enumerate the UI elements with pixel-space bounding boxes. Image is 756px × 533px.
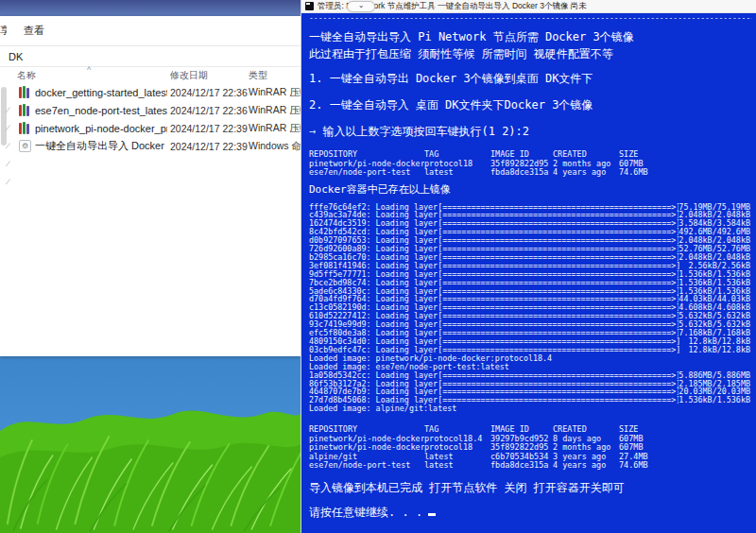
- winrar-archive-icon: [19, 104, 31, 116]
- file-list: ⚙ docker_getting-started_latest.tar 2024…: [0, 83, 301, 155]
- intro-line-2: 此过程由于打包压缩 须耐性等候 所需时间 视硬件配置不等: [309, 48, 752, 60]
- clipped-nav-icon: ∕: [8, 106, 9, 114]
- file-date: 2024/12/17 22:36: [170, 87, 246, 98]
- file-date: 2024/12/17 22:36: [170, 105, 246, 116]
- file-type: WinRAR 压缩文件: [249, 122, 301, 135]
- file-date: 2024/12/17 22:39: [170, 123, 246, 134]
- file-row[interactable]: ⚙ pinetwork_pi-node-docker_protocol18.4.…: [0, 119, 301, 137]
- file-row[interactable]: ⚙ docker_getting-started_latest.tar 2024…: [0, 83, 301, 101]
- desktop: 享 查看 DK 名称 ^ 修改日期 类型 ⚙ docker_getting-st…: [0, 0, 301, 533]
- table-row: ese7en/node-port-testlatest fbda8dce315a…: [309, 168, 752, 178]
- clipped-nav-icon: ∕: [8, 160, 9, 168]
- cmd-icon: [305, 2, 314, 10]
- file-row[interactable]: ⚙ 一键全自动导出导入 Docker 3个镜像.cmd 2024/12/17 2…: [0, 137, 301, 155]
- winrar-archive-icon: [19, 122, 31, 134]
- column-header-type[interactable]: 类型: [249, 69, 267, 82]
- file-type: WinRAR 压缩文件: [249, 104, 301, 117]
- scrollbar[interactable]: [1, 87, 7, 146]
- clipped-nav-icon: ∕: [8, 142, 9, 150]
- table-header-row: REPOSITORY TAG IMAGE ID CREATED SIZE: [309, 425, 752, 435]
- cmd-script-icon: ⚙: [19, 140, 31, 152]
- file-explorer-window: 享 查看 DK 名称 ^ 修改日期 类型 ⚙ docker_getting-st…: [0, 16, 301, 356]
- wallpaper-sky-top: [0, 0, 301, 16]
- prompt-arrow-icon: →: [309, 125, 316, 138]
- menu-option-2: 2. 一键全自动导入 桌面 DK文件夹下Docker 3个镜像: [309, 99, 752, 112]
- separator-line: ----------------------------------------…: [309, 15, 752, 23]
- table-row: pinetwork/pi-node-dockerprotocol18.4 392…: [309, 435, 752, 444]
- menu-tab-view[interactable]: 查看: [24, 24, 44, 38]
- table-header-row: REPOSITORY TAG IMAGE ID CREATED SIZE: [309, 150, 752, 160]
- cmd-titlebar[interactable]: 管理员: Pi Network 节点维护工具 一键全自动导出导入 Docker …: [301, 0, 756, 13]
- file-name: docker_getting-started_latest.tar: [35, 87, 167, 98]
- file-name: pinetwork_pi-node-docker_protocol18.4...: [35, 123, 167, 134]
- address-text: DK: [9, 51, 23, 62]
- intro-line-1: 一键全自动导出导入 Pi Network 节点所需 Docker 3个镜像: [309, 31, 752, 43]
- clipped-nav-icon: ∕: [8, 178, 9, 186]
- existing-images-note: Docker容器中已存在以上镜像: [309, 184, 752, 196]
- docker-images-table-2: REPOSITORY TAG IMAGE ID CREATED SIZE pin…: [309, 425, 752, 471]
- cmd-output: ----------------------------------------…: [301, 13, 756, 533]
- pause-prompt: 请按任意键继续. . .: [309, 507, 752, 519]
- chevron-down-icon: ⌄: [358, 3, 365, 9]
- menu-option-1: 1. 一键全自动导出 Docker 3个镜像到桌面 DK文件下: [309, 73, 752, 85]
- text-cursor: [428, 513, 436, 516]
- explorer-menubar: 享 查看: [0, 16, 301, 46]
- table-row: ese7en/node-port-testlatest fbda8dce315a…: [309, 461, 752, 471]
- winrar-archive-icon: [19, 86, 31, 98]
- column-header-name[interactable]: 名称: [17, 69, 36, 82]
- file-name: 一键全自动导出导入 Docker 3个镜像.cmd: [35, 139, 167, 153]
- explorer-address-bar[interactable]: DK: [0, 46, 301, 67]
- import-done-note: 导入镜像到本机已完成 打开节点软件 关闭 打开容器开关即可: [309, 482, 752, 494]
- loading-block-1: fffe76c64ef2: Loading layer [===========…: [309, 203, 752, 414]
- file-row[interactable]: ⚙ ese7en_node-port-test_latest.tar 2024/…: [0, 101, 301, 119]
- table-row: pinetwork/pi-node-dockerprotocol18 35f89…: [309, 160, 752, 169]
- sort-caret-icon: ^: [87, 65, 91, 75]
- loaded-image-line: Loaded image: alpine/git:latest: [309, 404, 752, 413]
- file-name: ese7en_node-port-test_latest.tar: [35, 105, 167, 116]
- file-date: 2024/12/17 22:39: [170, 141, 246, 152]
- nav-pane-edge: ∕ ∕ ∕ ∕ ∕: [0, 83, 16, 357]
- prompt-text: 输入以上数字选项按回车键执行(1 2):2: [322, 125, 529, 138]
- clipped-nav-icon: ∕: [8, 124, 9, 132]
- table-row: pinetwork/pi-node-dockerprotocol18 35f89…: [309, 443, 752, 453]
- title-overlay-dropdown[interactable]: ⌄: [347, 1, 375, 12]
- cmd-window: 管理员: Pi Network 节点维护工具 一键全自动导出导入 Docker …: [301, 0, 756, 533]
- grass-wallpaper: [0, 382, 301, 533]
- table-row: alpine/gitlatest c6b70534b5343 years ago…: [309, 453, 752, 462]
- file-type: WinRAR 压缩文件: [249, 86, 301, 99]
- column-headers: 名称 ^ 修改日期 类型: [0, 67, 301, 83]
- pause-text: 请按任意键继续. . .: [309, 506, 422, 519]
- file-type: Windows 命令脚本: [249, 140, 301, 153]
- menu-tab-partial[interactable]: 享: [0, 24, 7, 38]
- input-prompt: → 输入以上数字选项按回车键执行(1 2):2: [309, 126, 752, 138]
- column-header-date[interactable]: 修改日期: [170, 69, 208, 82]
- docker-images-table-1: REPOSITORY TAG IMAGE ID CREATED SIZE pin…: [309, 150, 752, 178]
